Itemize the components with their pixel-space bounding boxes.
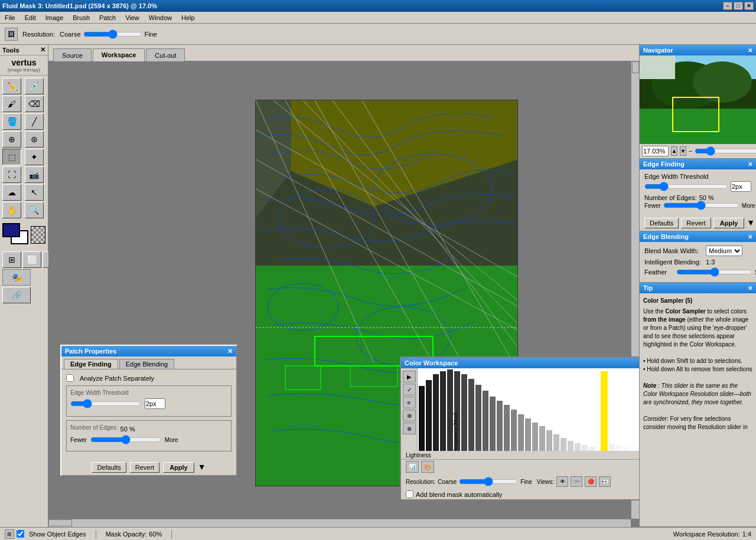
tip-line-2: • Hold down Shift to add to selections.: [643, 357, 752, 365]
tool-pencil[interactable]: ✏️: [2, 78, 21, 94]
statusbar-icon[interactable]: ⊞: [5, 529, 14, 539]
analyze-patch-row: Analyze Patch Separately: [66, 374, 232, 382]
tool-eraser[interactable]: ⌫: [25, 96, 44, 112]
tool-camera[interactable]: 📷: [25, 166, 44, 183]
pp-tab-edge-finding[interactable]: Edge Finding: [64, 359, 118, 369]
cw-blend-mask-checkbox[interactable]: [406, 490, 413, 498]
revert-button[interactable]: Revert: [681, 218, 711, 228]
tab-source[interactable]: Source: [53, 48, 92, 61]
feather-slider[interactable]: [676, 268, 752, 276]
minimize-button[interactable]: −: [723, 2, 732, 10]
tool-eyedropper[interactable]: 💉: [25, 78, 44, 94]
cw-tool-5[interactable]: ⊗: [403, 423, 416, 434]
tool-line[interactable]: ╱: [25, 113, 44, 130]
cw-view-btn-2[interactable]: 👓: [571, 476, 582, 487]
pp-buttons: Defaults Revert Apply ▼: [61, 460, 236, 475]
cw-view-btn-3[interactable]: 🔴: [585, 476, 597, 487]
menu-brush[interactable]: Brush: [70, 13, 92, 22]
zoom-slider[interactable]: [695, 147, 756, 155]
num-edges-slider[interactable]: [90, 436, 161, 444]
cw-tool-1[interactable]: ▶: [403, 371, 416, 382]
edge-blending-close[interactable]: ✕: [748, 234, 752, 240]
tool-crop[interactable]: ⛶: [2, 166, 21, 183]
tool-link[interactable]: 🔗: [2, 287, 31, 303]
cw-histogram-btn[interactable]: 📊: [406, 461, 419, 473]
cw-color-btn[interactable]: 🎨: [421, 461, 434, 473]
tool-arrow[interactable]: ↖: [25, 184, 44, 201]
resolution-slider[interactable]: [83, 30, 142, 38]
cw-view-btn-4[interactable]: 👀: [599, 476, 611, 487]
zoom-up-btn[interactable]: ▲: [671, 146, 677, 156]
navigator-close[interactable]: ✕: [748, 47, 752, 54]
menu-patch[interactable]: Patch: [97, 13, 118, 22]
cw-view-btn-1[interactable]: 👁: [556, 476, 568, 487]
analyze-patch-label: Analyze Patch Separately: [80, 375, 154, 382]
cw-tool-2[interactable]: ✓: [403, 384, 416, 395]
tool-stamp[interactable]: ⊕: [2, 131, 21, 148]
analyze-patch-checkbox[interactable]: [66, 374, 74, 382]
feather-row: Feather Smart: [644, 268, 751, 276]
pattern-swatch[interactable]: [31, 226, 45, 244]
pp-defaults-button[interactable]: Defaults: [92, 462, 126, 473]
close-button[interactable]: ✕: [744, 2, 754, 10]
tool-select-lasso[interactable]: ⬚: [2, 149, 21, 165]
navigator-image: [640, 55, 756, 144]
edge-width-value[interactable]: [731, 181, 751, 192]
tab-cutout[interactable]: Cut-out: [146, 48, 185, 61]
menu-window[interactable]: Window: [146, 13, 174, 22]
zoom-input[interactable]: [642, 146, 669, 156]
pp-apply-button[interactable]: Apply: [163, 462, 194, 473]
tool-clone[interactable]: ⊛: [25, 131, 44, 148]
navigator-highlight-box: [672, 97, 719, 132]
tool-brush[interactable]: 🖌: [2, 96, 21, 112]
show-object-edges-checkbox[interactable]: [17, 530, 24, 538]
menu-image[interactable]: Image: [43, 13, 66, 22]
edge-finding-body: Edge Width Threshold Number of Edges: 50…: [640, 169, 756, 215]
tool-smudge[interactable]: ☁: [2, 184, 21, 201]
num-edges-slider[interactable]: [663, 201, 739, 210]
tool-multi[interactable]: 🎭: [2, 269, 31, 286]
apply-button[interactable]: Apply: [713, 218, 745, 228]
tool-mask-small[interactable]: ⬜: [22, 251, 41, 268]
foreground-swatch[interactable]: [2, 223, 20, 237]
tip-line-3: • Hold down Alt to remove from selection…: [643, 365, 752, 374]
canvas-area: Patch Properties ✕ Edge Finding Edge Ble…: [48, 61, 639, 527]
tip-close[interactable]: ✕: [748, 285, 752, 292]
zoom-down-btn[interactable]: ▼: [680, 146, 686, 156]
tool-magic-wand[interactable]: ✦: [25, 149, 44, 165]
cw-tool-4[interactable]: ⊕: [403, 410, 416, 421]
blend-mask-select[interactable]: Narrow Medium Wide: [706, 246, 742, 256]
tab-workspace[interactable]: Workspace: [93, 48, 145, 61]
edge-finding-close[interactable]: ✕: [748, 161, 752, 168]
maximize-button[interactable]: □: [734, 2, 743, 10]
edge-width-input[interactable]: [145, 398, 165, 409]
tool-hand[interactable]: ✋: [2, 202, 21, 218]
menu-help[interactable]: Help: [179, 13, 197, 22]
pp-revert-button[interactable]: Revert: [130, 462, 159, 473]
tool-zoom[interactable]: 🔍: [25, 202, 44, 218]
patch-properties-window: Patch Properties ✕ Edge Finding Edge Ble…: [60, 345, 237, 476]
more-options-icon[interactable]: ▼: [747, 218, 755, 228]
cw-tool-3[interactable]: ≡: [403, 397, 416, 408]
edge-width-slider[interactable]: [70, 400, 141, 408]
patch-props-header[interactable]: Patch Properties ✕: [61, 346, 236, 356]
pp-tab-edge-blending[interactable]: Edge Blending: [119, 359, 175, 369]
cw-resolution-slider[interactable]: [459, 477, 518, 486]
blend-mask-label: Blend Mask Width:: [644, 247, 703, 254]
svg-rect-29: [461, 374, 467, 451]
tool-layers[interactable]: ⊞: [2, 251, 21, 268]
defaults-button[interactable]: Defaults: [644, 218, 679, 228]
navigator-title: Navigator: [643, 47, 673, 54]
menu-view[interactable]: View: [123, 13, 142, 22]
edge-width-slider[interactable]: [644, 182, 728, 191]
menu-edit[interactable]: Edit: [22, 13, 38, 22]
tool-fill[interactable]: 🪣: [2, 113, 21, 130]
cw-header[interactable]: Color Workspace ✕: [401, 358, 639, 368]
toolbar-icon[interactable]: 🖼: [5, 28, 18, 41]
pp-more-icon[interactable]: ▼: [198, 462, 206, 473]
feather-label: Feather: [644, 269, 674, 276]
horizontal-scrollbar[interactable]: [48, 519, 631, 527]
menu-file[interactable]: File: [2, 13, 18, 22]
patch-props-close[interactable]: ✕: [227, 348, 233, 355]
tools-close[interactable]: ✕: [40, 46, 45, 54]
